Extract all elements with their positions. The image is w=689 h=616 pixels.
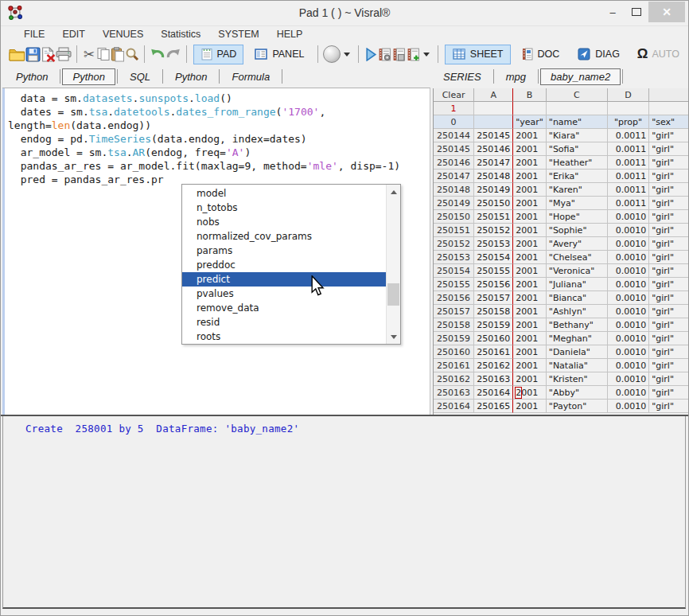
data-cell[interactable]: 2001 bbox=[512, 210, 547, 224]
data-cell[interactable]: 250146 bbox=[474, 142, 512, 156]
row-header-cell[interactable]: 250163 bbox=[434, 386, 474, 400]
paste-icon[interactable] bbox=[111, 45, 125, 64]
data-cell[interactable]: 250155 bbox=[474, 264, 512, 278]
menu-item-help[interactable]: HELP bbox=[268, 27, 312, 41]
tab-python[interactable]: Python bbox=[6, 68, 58, 85]
data-cell[interactable]: 0.0010 bbox=[608, 210, 649, 224]
data-cell[interactable]: "girl" bbox=[649, 224, 689, 237]
data-cell[interactable]: "Natalia" bbox=[547, 359, 608, 372]
data-cell[interactable]: 2001 bbox=[512, 264, 547, 278]
row-header-cell[interactable]: 250151 bbox=[434, 224, 474, 237]
run-add-icon[interactable] bbox=[406, 45, 420, 64]
autocomplete-item-n_totobs[interactable]: n_totobs bbox=[182, 201, 387, 215]
data-cell[interactable]: "girl" bbox=[649, 170, 689, 183]
tab-sql[interactable]: SQL bbox=[119, 68, 161, 85]
row-header-cell[interactable]: 250155 bbox=[434, 278, 474, 291]
redo-icon[interactable] bbox=[165, 45, 181, 64]
tab-python[interactable]: Python bbox=[165, 68, 217, 85]
data-cell[interactable]: 250160 bbox=[474, 332, 512, 345]
data-cell[interactable]: "Avery" bbox=[547, 237, 608, 251]
open-folder-icon[interactable] bbox=[9, 45, 25, 64]
data-cell[interactable]: 2001 bbox=[512, 156, 547, 170]
data-cell[interactable] bbox=[547, 102, 608, 115]
row-header-cell[interactable]: 250157 bbox=[434, 305, 474, 318]
data-cell[interactable]: 2001 bbox=[512, 386, 547, 400]
row-header-cell[interactable]: 250150 bbox=[434, 210, 474, 224]
data-cell[interactable]: "Abby" bbox=[547, 386, 608, 400]
data-cell[interactable]: 0.0011 bbox=[608, 183, 649, 197]
copy-icon[interactable] bbox=[96, 45, 111, 64]
data-cell[interactable]: 250150 bbox=[474, 197, 512, 210]
data-cell[interactable]: 250158 bbox=[474, 305, 512, 318]
scroll-up-icon[interactable] bbox=[387, 185, 400, 198]
autocomplete-item-roots[interactable]: roots bbox=[182, 329, 387, 344]
run-icon[interactable] bbox=[364, 45, 378, 64]
search-icon[interactable] bbox=[125, 45, 139, 64]
data-cell[interactable]: 250159 bbox=[474, 318, 512, 332]
autocomplete-item-preddoc[interactable]: preddoc bbox=[182, 258, 387, 272]
autocomplete-item-normalized_cov_params[interactable]: normalized_cov_params bbox=[182, 229, 387, 244]
data-cell[interactable] bbox=[649, 102, 689, 115]
data-cell[interactable]: "Sophie" bbox=[547, 224, 608, 237]
data-cell[interactable]: "girl" bbox=[649, 386, 689, 400]
scrollbar-thumb[interactable] bbox=[387, 283, 399, 306]
data-cell[interactable] bbox=[474, 102, 512, 115]
data-cell[interactable]: "Kristen" bbox=[547, 372, 608, 386]
data-cell[interactable]: 2001 bbox=[512, 318, 547, 332]
data-cell[interactable]: "Chelsea" bbox=[547, 251, 608, 264]
menu-item-venues[interactable]: VENUES bbox=[94, 27, 152, 41]
row-header-cell[interactable]: 0 bbox=[434, 115, 474, 129]
autocomplete-item-pvalues[interactable]: pvalues bbox=[182, 287, 387, 301]
data-cell[interactable]: 0.0010 bbox=[608, 318, 649, 332]
data-cell[interactable]: 250162 bbox=[474, 359, 512, 372]
print-icon[interactable] bbox=[56, 45, 72, 64]
row-header-cell[interactable]: 250162 bbox=[434, 372, 474, 386]
row-header-cell[interactable]: 250156 bbox=[434, 291, 474, 305]
data-cell[interactable]: 0.0010 bbox=[608, 345, 649, 359]
data-cell[interactable]: "girl" bbox=[649, 345, 689, 359]
data-cell[interactable]: "girl" bbox=[649, 318, 689, 332]
data-cell[interactable]: 0.0010 bbox=[608, 224, 649, 237]
data-cell[interactable]: 250157 bbox=[474, 291, 512, 305]
row-header-cell[interactable]: 1 bbox=[434, 102, 474, 115]
data-cell[interactable]: "sex" bbox=[649, 115, 689, 129]
row-header-cell[interactable]: 250159 bbox=[434, 332, 474, 345]
data-cell[interactable]: 0.0011 bbox=[608, 170, 649, 183]
data-cell[interactable]: "girl" bbox=[649, 264, 689, 278]
data-cell[interactable]: 0.0010 bbox=[608, 305, 649, 318]
row-header-cell[interactable]: 250149 bbox=[434, 197, 474, 210]
data-cell[interactable]: 0.0010 bbox=[608, 278, 649, 291]
autocomplete-item-resid[interactable]: resid bbox=[182, 315, 387, 329]
data-cell[interactable]: "Juliana" bbox=[547, 278, 608, 291]
data-cell[interactable] bbox=[474, 115, 512, 129]
row-header-cell[interactable]: 250161 bbox=[434, 359, 474, 372]
data-cell[interactable]: 250154 bbox=[474, 251, 512, 264]
panel-button[interactable]: PANEL bbox=[247, 45, 311, 64]
data-cell[interactable]: 250149 bbox=[474, 183, 512, 197]
pad-button[interactable]: PAD bbox=[193, 45, 244, 64]
data-cell[interactable]: 250161 bbox=[474, 345, 512, 359]
column-header-D[interactable]: D bbox=[608, 88, 649, 102]
data-cell[interactable]: 2001 bbox=[512, 197, 547, 210]
data-cell[interactable]: 2001 bbox=[512, 345, 547, 359]
diag-button[interactable]: DIAG bbox=[570, 45, 627, 64]
column-header-B[interactable]: B bbox=[512, 88, 547, 102]
data-cell[interactable]: "Ashlyn" bbox=[547, 305, 608, 318]
data-cell[interactable]: "girl" bbox=[649, 291, 689, 305]
autocomplete-item-model[interactable]: model bbox=[182, 186, 387, 201]
data-cell[interactable]: "girl" bbox=[649, 372, 689, 386]
row-header-cell[interactable]: 250144 bbox=[434, 129, 474, 142]
row-header-cell[interactable]: 250164 bbox=[434, 400, 474, 413]
data-cell[interactable]: "Bianca" bbox=[547, 291, 608, 305]
data-cell[interactable]: 0.0010 bbox=[608, 332, 649, 345]
autocomplete-scrollbar[interactable] bbox=[386, 185, 400, 344]
row-header-cell[interactable]: 250152 bbox=[434, 237, 474, 251]
data-cell[interactable]: 0.0010 bbox=[608, 372, 649, 386]
run-save-icon[interactable] bbox=[392, 45, 407, 64]
data-cell[interactable]: "Meghan" bbox=[547, 332, 608, 345]
data-cell[interactable]: 2001 bbox=[512, 129, 547, 142]
data-cell[interactable]: "prop" bbox=[608, 115, 649, 129]
data-cell[interactable]: 2001 bbox=[512, 400, 547, 413]
row-header-cell[interactable]: 250147 bbox=[434, 170, 474, 183]
menu-item-system[interactable]: SYSTEM bbox=[209, 27, 267, 41]
